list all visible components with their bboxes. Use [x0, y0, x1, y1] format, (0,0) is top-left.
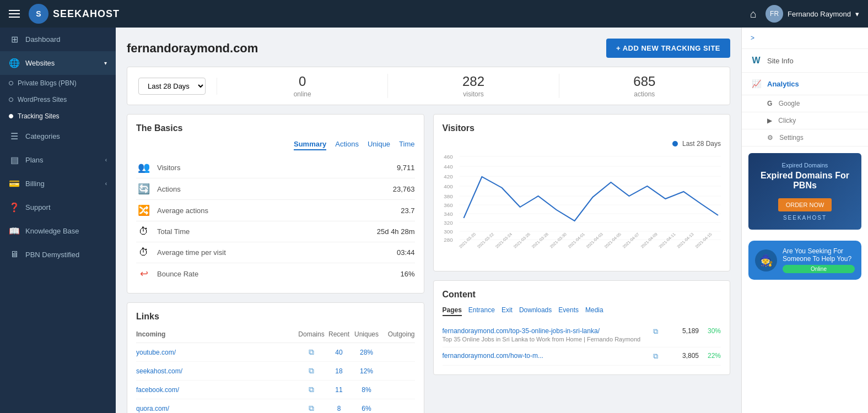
content-row-0: fernandoraymond.com/top-35-online-jobs-i… [443, 323, 721, 347]
actions-icon: 🔄 [136, 183, 152, 195]
stats-row-avg-actions: 🔀 Average actions 23.7 [136, 200, 415, 221]
link-facebook[interactable]: facebook.com/ [136, 386, 296, 394]
billing-icon: 💳 [9, 178, 20, 189]
home-icon[interactable]: ⌂ [750, 8, 757, 20]
stat-online-label: online [217, 90, 387, 98]
svg-text:2021-04-07: 2021-04-07 [621, 232, 640, 249]
stats-avg-actions-label: Average actions [157, 206, 401, 215]
stats-actions-value: 23,763 [393, 185, 415, 193]
sidebar-item-websites[interactable]: 🌐 Websites ▾ [0, 51, 116, 75]
content-tab-events[interactable]: Events [558, 306, 579, 316]
chat-question: Are You Seeking For Someone To Help You? [783, 247, 855, 263]
sidebar-item-private-blogs[interactable]: Private Blogs (PBN) [0, 75, 116, 91]
col-uniques[interactable]: Uniques [352, 330, 382, 338]
right-panel-analytics-label: Analytics [767, 80, 799, 88]
col-recent[interactable]: Recent [327, 330, 352, 338]
stats-visitors-label: Visitors [157, 164, 397, 172]
tab-unique[interactable]: Unique [368, 140, 390, 150]
tab-time[interactable]: Time [399, 140, 414, 150]
links-card: Links Incoming Domains Recent Uniques Ou… [127, 302, 424, 413]
sidebar-item-support[interactable]: ❓ Support [0, 195, 116, 219]
websites-icon: 🌐 [9, 58, 20, 68]
billing-chevron: ‹ [105, 181, 107, 187]
content-link-0: fernandoraymond.com/top-35-online-jobs-i… [443, 327, 654, 343]
right-panel-clicky[interactable]: ▶ Clicky [742, 112, 868, 129]
right-panel-analytics[interactable]: 📈 Analytics [742, 73, 868, 95]
content-tab-entrance[interactable]: Entrance [468, 306, 495, 316]
content-tab-exit[interactable]: Exit [502, 306, 513, 316]
chat-bubble[interactable]: 🧙 Are You Seeking For Someone To Help Yo… [748, 241, 861, 280]
link-youtube[interactable]: youtube.com/ [136, 349, 296, 356]
main-layout: ⊞ Dashboard 🌐 Websites ▾ Private Blogs (… [0, 28, 868, 413]
tab-summary[interactable]: Summary [294, 140, 326, 150]
col-outgoing[interactable]: Outgoing [382, 330, 415, 338]
tab-actions[interactable]: Actions [335, 140, 359, 150]
content-tab-pages[interactable]: Pages [443, 306, 462, 316]
sidebar-item-dashboard[interactable]: ⊞ Dashboard [0, 28, 116, 51]
link-quora[interactable]: quora.com/ [136, 405, 296, 412]
content-num-0: 5,189 [668, 327, 699, 335]
knowledge-base-icon: 📖 [9, 226, 20, 236]
clicky-icon: ▶ [767, 117, 772, 124]
right-panel-collapse[interactable]: > [742, 28, 868, 49]
basics-title: The Basics [136, 123, 415, 133]
sidebar-item-wordpress-sites[interactable]: WordPress Sites [0, 91, 116, 108]
hamburger-menu[interactable] [9, 10, 20, 18]
google-icon: G [767, 100, 772, 107]
right-panel-settings[interactable]: ⚙ Settings [742, 129, 868, 146]
nav-right: ⌂ FR Fernando Raymond ▾ [750, 5, 859, 23]
content-tab-downloads[interactable]: Downloads [519, 306, 552, 316]
content-tab-media[interactable]: Media [585, 306, 603, 316]
link-seekahost[interactable]: seekahost.com/ [136, 367, 296, 375]
sidebar-item-billing[interactable]: 💳 Billing ‹ [0, 172, 116, 195]
left-column: The Basics Summary Actions Unique Time 👥… [127, 114, 424, 413]
sidebar-item-knowledge-base[interactable]: 📖 Knowledge Base [0, 219, 116, 243]
add-tracking-site-button[interactable]: + ADD NEW TRACKING SITE [606, 39, 730, 58]
right-panel-google[interactable]: G Google [742, 95, 868, 112]
content-pct-1: 22% [699, 352, 721, 360]
user-avatar: FR [765, 5, 783, 23]
stat-visitors: 282 visitors [388, 74, 559, 98]
basics-stats-table: 👥 Visitors 9,711 🔄 Actions 23,763 🔀 Aver… [136, 157, 415, 284]
svg-text:460: 460 [444, 154, 452, 159]
svg-text:2021-04-11: 2021-04-11 [657, 232, 676, 249]
right-panel-site-info-label: Site Info [767, 57, 794, 65]
col-domains[interactable]: Domains [296, 330, 327, 338]
svg-text:2021-04-03: 2021-04-03 [585, 232, 603, 249]
settings-icon: ⚙ [767, 134, 773, 142]
main-content: fernandoraymond.com + ADD NEW TRACKING S… [116, 28, 741, 413]
svg-text:2021-03-24: 2021-03-24 [494, 232, 513, 249]
sidebar-item-plans[interactable]: ▤ Plans ‹ [0, 148, 116, 172]
content-url-0[interactable]: fernandoraymond.com/top-35-online-jobs-i… [443, 327, 654, 335]
external-link-icon: ⧉ [309, 347, 314, 356]
visitors-chart-area: 460 440 420 400 380 360 34 [443, 152, 721, 262]
svg-text:340: 340 [444, 211, 452, 216]
ad-banner-label: Expired Domains [757, 162, 853, 169]
link-quora-recent: 8 [327, 405, 352, 412]
stats-bar: Last 28 Days 0 online 282 visitors 685 a… [127, 67, 730, 105]
basics-card: The Basics Summary Actions Unique Time 👥… [127, 114, 424, 294]
sidebar-item-pbn-demystified[interactable]: 🖥 PBN Demystified [0, 243, 116, 266]
page-title: fernandoraymond.com [127, 41, 258, 56]
ad-banner-cta[interactable]: ORDER NOW [778, 198, 832, 211]
content-url-1[interactable]: fernandoraymond.com/how-to-m... [443, 352, 654, 360]
svg-text:2021-03-20: 2021-03-20 [457, 232, 476, 249]
right-panel-settings-label: Settings [779, 134, 803, 142]
avg-actions-icon: 🔀 [136, 204, 152, 216]
svg-text:420: 420 [444, 173, 452, 179]
logo-text: SEEKAHOST [53, 8, 120, 20]
sidebar-item-label: WordPress Sites [18, 96, 67, 104]
period-select[interactable]: Last 28 Days [138, 78, 206, 95]
sidebar-item-categories[interactable]: ☰ Categories [0, 124, 116, 148]
chart-legend-label: Last 28 Days [682, 140, 721, 148]
svg-text:300: 300 [444, 229, 452, 234]
sidebar-item-label: Categories [25, 132, 60, 140]
user-chevron: ▾ [855, 10, 859, 18]
link-facebook-recent: 11 [327, 386, 352, 394]
content-link-icon-0: ⧉ [653, 327, 668, 336]
websites-chevron: ▾ [104, 60, 107, 66]
sidebar-item-tracking-sites[interactable]: Tracking Sites [0, 108, 116, 124]
right-panel-site-info[interactable]: W Site Info [742, 49, 868, 73]
user-menu[interactable]: FR Fernando Raymond ▾ [765, 5, 859, 23]
stats-avg-time-value: 03:44 [397, 248, 415, 257]
